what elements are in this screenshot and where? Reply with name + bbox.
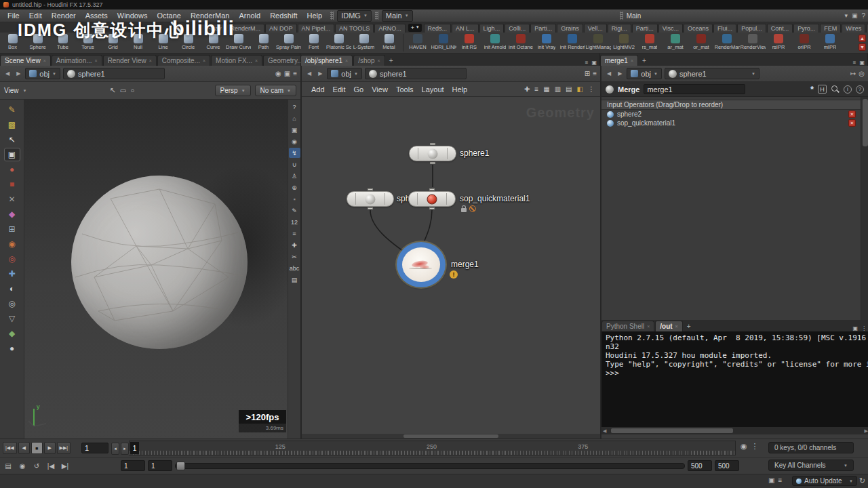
lightning-icon[interactable]: ↯ bbox=[289, 148, 300, 158]
ring-orange-tool-icon[interactable]: ◉ bbox=[4, 237, 20, 251]
new-pane-tab-button[interactable]: + bbox=[386, 57, 397, 66]
clear-selection-tool-icon[interactable]: ✕ bbox=[4, 192, 20, 206]
network-menu-item[interactable]: Go bbox=[350, 85, 368, 94]
sphere-display-tool-icon[interactable]: ◐ bbox=[4, 282, 20, 296]
blue-gear-tool-icon[interactable]: ✚ bbox=[4, 267, 20, 281]
back-icon[interactable]: ◀ bbox=[605, 70, 613, 77]
magnet-snap-icon[interactable]: ∪ bbox=[289, 159, 300, 169]
view-menu[interactable]: View bbox=[4, 87, 19, 94]
panel-icon[interactable]: ▣ bbox=[852, 12, 858, 19]
rows-icon[interactable]: ▤ bbox=[566, 85, 572, 93]
shelf-tab[interactable]: Wires bbox=[842, 24, 865, 33]
global-start-field[interactable] bbox=[121, 460, 145, 471]
pane-options-icon[interactable]: ≡ bbox=[293, 70, 297, 77]
back-icon[interactable]: ◀ bbox=[3, 70, 12, 77]
range-end-field[interactable] bbox=[688, 460, 712, 471]
ring-red-tool-icon[interactable]: ◎ bbox=[4, 252, 20, 266]
range-start-icon[interactable]: |◀ bbox=[45, 460, 56, 471]
main-toolbar-combo[interactable]: Main ▼ bbox=[382, 10, 413, 22]
tab-close-icon[interactable]: × bbox=[43, 58, 46, 63]
message-log-icon[interactable]: ▣ bbox=[768, 476, 774, 484]
lasso-select-icon[interactable]: ○ bbox=[130, 87, 134, 94]
node-name-field[interactable] bbox=[644, 84, 745, 94]
grid-view-icon[interactable]: ▦ bbox=[543, 85, 549, 93]
node-input-connector[interactable] bbox=[368, 188, 373, 190]
pose-tool-icon[interactable]: ◆ bbox=[4, 207, 20, 221]
pane-maximize-icon[interactable]: ▣ bbox=[859, 60, 865, 66]
abc-icon[interactable]: abc bbox=[289, 263, 300, 273]
pane-maximize-icon[interactable]: ▣ bbox=[591, 60, 597, 66]
shelf-tool[interactable]: rsIPR bbox=[766, 33, 791, 53]
pane-tab[interactable]: Motion FX...× bbox=[211, 55, 262, 66]
shelf-tool[interactable]: Metal bbox=[376, 33, 401, 53]
context-combo[interactable]: obj ▼ bbox=[627, 68, 662, 79]
pane-tab[interactable]: Render View× bbox=[103, 55, 157, 66]
grid-icon[interactable]: ⊞ bbox=[585, 70, 590, 77]
shelf-tool[interactable]: init Vray bbox=[534, 33, 559, 53]
shelf-tab[interactable]: AN L... bbox=[452, 24, 479, 33]
paint-fill-tool-icon[interactable]: ▩ bbox=[4, 118, 20, 131]
anim-options-icon[interactable]: ▤ bbox=[3, 460, 14, 471]
gray-sphere-tool-icon[interactable]: ● bbox=[4, 342, 20, 355]
menu-item[interactable]: Redshift bbox=[265, 12, 302, 20]
playback-range-slider[interactable] bbox=[175, 463, 685, 469]
node-path-combo[interactable]: sphere1 ▼ bbox=[665, 68, 760, 79]
network-menu-item[interactable]: Help bbox=[448, 85, 472, 94]
shelf-tab[interactable]: Flui... bbox=[713, 24, 736, 33]
sync-icon[interactable]: ↺ bbox=[31, 460, 42, 471]
toolbar-grip[interactable] bbox=[620, 12, 623, 20]
toolbar-grip[interactable] bbox=[375, 12, 378, 20]
range-start-field[interactable] bbox=[148, 460, 172, 471]
more-icon[interactable]: ⋮ bbox=[588, 85, 595, 93]
secure-selection-tool-icon[interactable]: ▣ bbox=[4, 148, 20, 161]
network-menu-item[interactable]: Edit bbox=[329, 85, 350, 94]
info-icon[interactable]: i bbox=[844, 85, 852, 94]
pane-options-icon[interactable]: ≡ bbox=[593, 70, 597, 77]
go-end-button[interactable]: ▶▶| bbox=[57, 442, 71, 454]
shelf-tool[interactable]: mIPR bbox=[817, 33, 843, 53]
shelf-tool[interactable]: Font bbox=[301, 33, 326, 53]
pin-icon[interactable]: ◉ bbox=[275, 70, 281, 77]
ruler-units-icon[interactable]: 12 bbox=[289, 217, 300, 227]
network-canvas[interactable]: Geometry sphere1 sphe bbox=[302, 97, 601, 439]
pane-tab[interactable]: /obj/sphere1× bbox=[300, 55, 353, 66]
recook-icon[interactable]: ↻ bbox=[859, 476, 865, 485]
shelf-scroll-down-button[interactable]: ▼ bbox=[859, 43, 866, 51]
toolbar-grip[interactable] bbox=[330, 12, 334, 20]
network-menu-item[interactable]: View bbox=[368, 85, 392, 94]
inspect-tool-icon[interactable]: ◎ bbox=[4, 297, 20, 310]
pane-tab[interactable]: /out× bbox=[655, 321, 682, 331]
more-icon[interactable]: ⋮ bbox=[861, 325, 867, 331]
shelf-tab[interactable]: Vell... bbox=[584, 24, 607, 33]
shelf-tab[interactable]: Ligh... bbox=[479, 24, 505, 33]
shelf-tool[interactable]: RenderView bbox=[740, 33, 766, 53]
shelf-tool[interactable]: Path bbox=[251, 33, 276, 53]
playbar-more-icon[interactable]: ⋮ bbox=[751, 442, 759, 451]
current-frame-field[interactable] bbox=[81, 443, 108, 453]
tab-close-icon[interactable]: × bbox=[95, 58, 98, 63]
context-combo[interactable]: obj ▼ bbox=[327, 68, 362, 79]
help-icon[interactable]: ? bbox=[856, 85, 864, 94]
pane-tab[interactable]: merge1× bbox=[600, 55, 638, 66]
shelf-tab[interactable]: Parti... bbox=[632, 24, 658, 33]
shelf-tab[interactable]: FEM bbox=[820, 24, 841, 33]
help-icon[interactable]: ? bbox=[289, 102, 300, 112]
viewport-3d[interactable]: y >120fps 3.69ms bbox=[24, 100, 288, 439]
forward-icon[interactable]: ▶ bbox=[14, 70, 22, 77]
shelf-tab[interactable]: Parti... bbox=[530, 24, 556, 33]
desktop-combo[interactable]: IDMG ▼ bbox=[337, 10, 372, 22]
shelf-tab[interactable]: AN DOP bbox=[265, 24, 297, 33]
shelf-tool[interactable]: init Arnold bbox=[482, 33, 508, 53]
projection-button[interactable]: Persp▼ bbox=[215, 85, 251, 96]
new-pane-tab-button[interactable]: + bbox=[684, 323, 694, 331]
shelf-tool[interactable]: init Octane bbox=[508, 33, 534, 53]
camera-link-icon[interactable]: ▣ bbox=[284, 70, 290, 77]
shelf-tool[interactable]: LightMV2 bbox=[611, 33, 637, 53]
shelf-tool[interactable]: or_mat bbox=[688, 33, 714, 53]
forward-icon[interactable]: ▶ bbox=[616, 70, 624, 77]
shelf-tool[interactable]: LightManager bbox=[585, 33, 611, 53]
input-operator-row[interactable]: sop_quickmaterial1 ✕ bbox=[601, 119, 868, 127]
shelf-tool[interactable]: HDRI_LINK bbox=[431, 33, 456, 53]
tab-close-icon[interactable]: × bbox=[647, 324, 650, 329]
remove-input-button[interactable]: ✕ bbox=[848, 110, 856, 118]
